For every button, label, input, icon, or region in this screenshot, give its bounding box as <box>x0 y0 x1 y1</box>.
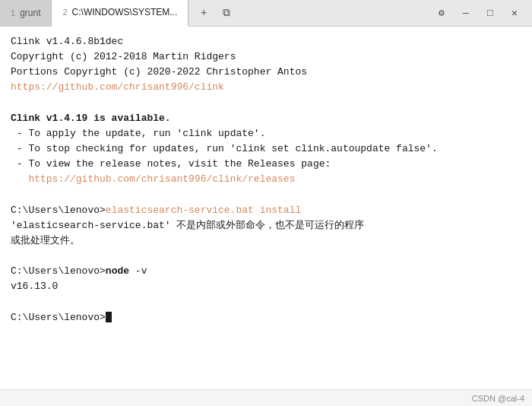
status-label: CSDN @cal-4 <box>472 394 524 403</box>
restore-button[interactable]: ⧉ <box>216 2 237 24</box>
minimize-icon: — <box>463 8 469 19</box>
maximize-button[interactable]: □ <box>479 2 502 24</box>
node-args: -v <box>129 265 147 277</box>
line-releases-link: https://github.com/chrisant996/clink/rel… <box>11 172 521 187</box>
tab-bar: 1 grunt 2 C:\WINDOWS\SYSTEM... + ⧉ ⚙ — □… <box>0 0 532 27</box>
line-blank-2 <box>11 187 521 202</box>
line-error-1: 'elasticsearch-service.bat' 不是内部或外部命令，也不… <box>11 218 521 233</box>
line-blank-3 <box>11 249 521 264</box>
cursor <box>106 312 112 322</box>
line-copyright: Copyright (c) 2012-2018 Martin Ridgers <box>11 49 521 65</box>
tab-number-1: 1 <box>11 8 15 17</box>
line-update-available: Clink v1.4.19 is available. <box>11 111 521 126</box>
line-release-notes: - To view the release notes, visit the R… <box>11 157 521 172</box>
close-icon: ✕ <box>511 7 518 19</box>
maximize-icon: □ <box>487 8 493 19</box>
tab-number-2: 2 <box>62 8 67 17</box>
tab-system[interactable]: 2 C:\WINDOWS\SYSTEM... <box>52 0 188 27</box>
window-controls: ⚙ — □ ✕ <box>430 2 532 24</box>
line-blank-1 <box>11 96 521 111</box>
tab-label-system: C:\WINDOWS\SYSTEM... <box>72 7 178 17</box>
settings-button[interactable]: ⚙ <box>430 2 453 24</box>
prompt-2: C:\Users\lenovo> <box>11 265 106 277</box>
line-clink-version: Clink v1.4.6.8b1dec <box>11 34 521 49</box>
tab-action-group: + ⧉ <box>193 2 237 24</box>
prompt-1: C:\Users\lenovo> <box>11 205 106 216</box>
line-github-link: https://github.com/chrisant996/clink <box>11 80 521 95</box>
settings-icon: ⚙ <box>439 7 445 19</box>
terminal-output[interactable]: Clink v1.4.6.8b1dec Copyright (c) 2012-2… <box>0 27 532 389</box>
line-elastic-command: C:\Users\lenovo>elasticsearch-service.ba… <box>11 203 521 218</box>
tab-label-grunt: grunt <box>20 8 40 18</box>
line-prompt: C:\Users\lenovo> <box>11 310 521 325</box>
line-error-2: 或批处理文件。 <box>11 233 521 249</box>
line-stop-checking: - To stop checking for updates, run 'cli… <box>11 141 521 157</box>
line-apply-update: - To apply the update, run 'clink update… <box>11 126 521 141</box>
close-button[interactable]: ✕ <box>503 2 526 24</box>
add-tab-button[interactable]: + <box>193 2 214 24</box>
terminal-window: 1 grunt 2 C:\WINDOWS\SYSTEM... + ⧉ ⚙ — □… <box>0 0 532 406</box>
minimize-button[interactable]: — <box>454 2 477 24</box>
elastic-cmd-text: elasticsearch-service.bat install <box>106 205 301 216</box>
line-blank-4 <box>11 294 521 309</box>
line-portions: Portions Copyright (c) 2020-2022 Christo… <box>11 65 521 80</box>
line-node-version: v16.13.0 <box>11 279 521 294</box>
tab-grunt[interactable]: 1 grunt <box>0 0 52 27</box>
status-bar: CSDN @cal-4 <box>0 389 532 406</box>
node-cmd-text: node <box>106 265 129 277</box>
line-node-command: C:\Users\lenovo>node -v <box>11 264 521 279</box>
